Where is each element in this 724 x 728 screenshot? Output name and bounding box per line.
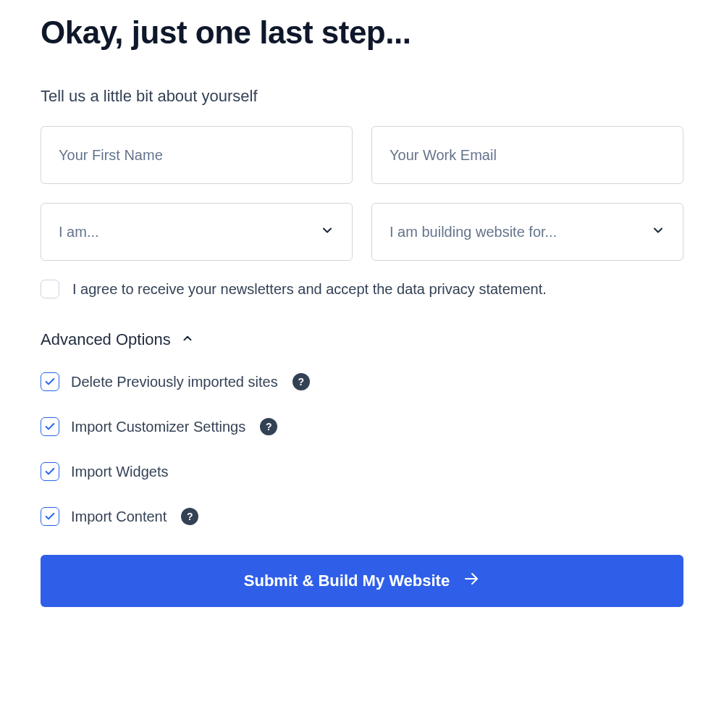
help-icon[interactable]: ? [292, 373, 310, 390]
help-icon[interactable]: ? [260, 418, 277, 435]
import-widgets-label: Import Widgets [71, 464, 168, 480]
building-for-select[interactable]: I am building website for... [371, 203, 683, 261]
import-content-label: Import Content [71, 509, 167, 525]
submit-button[interactable]: Submit & Build My Website [41, 555, 683, 607]
consent-label: I agree to receive your newsletters and … [72, 281, 547, 298]
consent-checkbox[interactable] [41, 280, 59, 298]
chevron-down-icon [320, 223, 334, 241]
arrow-right-icon [463, 570, 480, 592]
import-customizer-label: Import Customizer Settings [71, 419, 245, 435]
delete-previous-label: Delete Previously imported sites [71, 374, 278, 390]
import-widgets-checkbox[interactable] [41, 462, 59, 481]
import-customizer-checkbox[interactable] [41, 417, 59, 436]
first-name-input[interactable]: Your First Name [41, 126, 353, 184]
chevron-up-icon [181, 330, 194, 349]
advanced-options-label: Advanced Options [41, 330, 171, 349]
work-email-placeholder: Your Work Email [390, 147, 497, 164]
chevron-down-icon [651, 223, 665, 241]
submit-label: Submit & Build My Website [244, 572, 450, 590]
role-select[interactable]: I am... [41, 203, 353, 261]
help-icon[interactable]: ? [181, 508, 198, 525]
work-email-input[interactable]: Your Work Email [371, 126, 683, 184]
page-title: Okay, just one last step... [41, 14, 683, 51]
delete-previous-checkbox[interactable] [41, 372, 59, 391]
building-for-placeholder: I am building website for... [390, 224, 557, 240]
role-placeholder: I am... [59, 224, 99, 240]
first-name-placeholder: Your First Name [59, 147, 163, 164]
subheading: Tell us a little bit about yourself [41, 87, 683, 106]
import-content-checkbox[interactable] [41, 507, 59, 526]
advanced-options-toggle[interactable]: Advanced Options [41, 330, 683, 349]
